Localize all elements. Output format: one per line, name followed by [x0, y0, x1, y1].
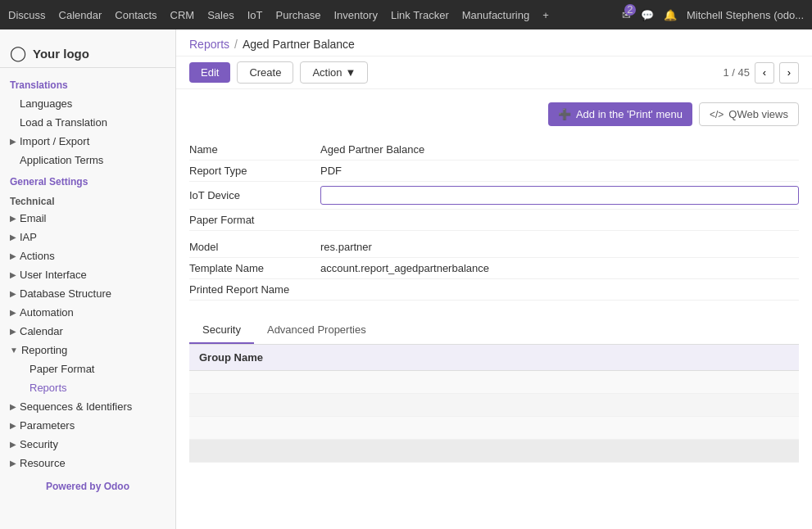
- tabs-bar: Security Advanced Properties: [189, 317, 799, 345]
- chat-icon[interactable]: 💬: [641, 9, 654, 21]
- chevron-icon-automation: ▶: [10, 308, 16, 317]
- sidebar-item-import-export[interactable]: ▶ Import / Export: [0, 132, 175, 151]
- logo-icon: ◯: [10, 44, 26, 62]
- database-structure-label: Database Structure: [20, 287, 111, 300]
- edit-button[interactable]: Edit: [189, 62, 230, 83]
- nav-plus[interactable]: +: [542, 9, 549, 21]
- iap-label: IAP: [20, 231, 37, 243]
- breadcrumb-current: Aged Partner Balance: [243, 38, 355, 51]
- powered-by: Powered by Odoo: [0, 472, 175, 500]
- top-navigation: Discuss Calendar Contacts CRM Sales IoT …: [0, 0, 812, 29]
- chevron-icon-security: ▶: [10, 440, 16, 449]
- qweb-views-button[interactable]: </> QWeb views: [699, 102, 799, 126]
- nav-discuss[interactable]: Discuss: [8, 9, 46, 21]
- top-nav-right: ✉ 2 💬 🔔 Mitchell Stephens (odo...: [622, 9, 804, 21]
- bell-icon[interactable]: 🔔: [664, 9, 677, 21]
- action-label: Action: [312, 66, 342, 79]
- calendar-label: Calendar: [20, 325, 63, 337]
- discuss-badge: 2: [624, 4, 636, 16]
- nav-purchase[interactable]: Purchase: [276, 9, 321, 21]
- nav-contacts[interactable]: Contacts: [115, 9, 157, 21]
- nav-manufacturing[interactable]: Manufacturing: [462, 9, 529, 21]
- table-cell-empty-2: [189, 394, 799, 417]
- iot-device-input[interactable]: [320, 186, 799, 205]
- sidebar-item-application-terms[interactable]: Application Terms: [0, 151, 175, 170]
- user-menu[interactable]: Mitchell Stephens (odo...: [687, 9, 804, 21]
- sidebar-item-load-translation[interactable]: Load a Translation: [0, 113, 175, 132]
- table-header-row: Group Name: [189, 345, 799, 371]
- tab-advanced-properties[interactable]: Advanced Properties: [254, 317, 379, 344]
- breadcrumb-parent[interactable]: Reports: [189, 38, 229, 51]
- chevron-icon: ▶: [10, 137, 16, 146]
- tab-security[interactable]: Security: [189, 317, 254, 344]
- actions-label: Actions: [20, 250, 55, 262]
- breadcrumb: Reports / Aged Partner Balance: [176, 29, 812, 57]
- nav-sales[interactable]: Sales: [207, 9, 234, 21]
- table-row: [189, 394, 799, 417]
- odoo-brand: Odoo: [104, 481, 129, 492]
- name-label: Name: [189, 143, 320, 156]
- sidebar-item-resource[interactable]: ▶ Resource: [0, 454, 175, 472]
- template-name-label: Template Name: [189, 262, 320, 274]
- chevron-icon-iap: ▶: [10, 233, 16, 242]
- form-area: ➕ Add in the 'Print' menu </> QWeb views…: [176, 89, 812, 529]
- create-button[interactable]: Create: [237, 61, 293, 84]
- next-page-button[interactable]: ›: [779, 62, 799, 84]
- nav-crm[interactable]: CRM: [170, 9, 195, 21]
- table-row: [189, 440, 799, 463]
- action-button[interactable]: Action ▼: [300, 61, 368, 84]
- sidebar-technical-subtitle: Technical: [0, 191, 175, 209]
- sidebar-item-iap[interactable]: ▶ IAP: [0, 228, 175, 246]
- add-menu-label: Add in the 'Print' menu: [576, 108, 683, 120]
- pagination: 1 / 45 ‹ ›: [723, 62, 799, 84]
- automation-label: Automation: [20, 306, 74, 319]
- form-row-template-name: Template Name account.report_agedpartner…: [189, 258, 799, 279]
- sidebar-item-sequences-identifiers[interactable]: ▶ Sequences & Identifiers: [0, 397, 175, 416]
- prev-page-button[interactable]: ‹: [755, 62, 774, 84]
- qweb-bar: ➕ Add in the 'Print' menu </> QWeb views: [189, 102, 799, 126]
- sidebar-item-calendar[interactable]: ▶ Calendar: [0, 322, 175, 341]
- form-row-paper-format: Paper Format: [189, 210, 799, 231]
- table-row: [189, 417, 799, 440]
- resource-label: Resource: [20, 457, 66, 469]
- iot-device-label: IoT Device: [189, 189, 320, 201]
- group-name-header: Group Name: [189, 345, 799, 371]
- discuss-icon-wrap[interactable]: ✉ 2: [622, 9, 631, 21]
- nav-link-tracker[interactable]: Link Tracker: [391, 9, 449, 21]
- sidebar-item-languages[interactable]: Languages: [0, 94, 175, 113]
- sidebar-item-email[interactable]: ▶ Email: [0, 209, 175, 228]
- reporting-label: Reporting: [21, 344, 67, 356]
- user-interface-label: User Interface: [20, 269, 87, 281]
- action-dropdown-icon: ▼: [346, 66, 356, 79]
- code-icon: </>: [710, 109, 724, 120]
- sidebar-general-settings-section[interactable]: General Settings: [0, 170, 175, 191]
- chevron-icon-email: ▶: [10, 214, 16, 223]
- chevron-icon-resource: ▶: [10, 459, 16, 468]
- chevron-icon-reporting: ▼: [10, 346, 18, 355]
- sidebar-item-security[interactable]: ▶ Security: [0, 435, 175, 454]
- table-cell-empty-3: [189, 417, 799, 440]
- sidebar-item-automation[interactable]: ▶ Automation: [0, 303, 175, 322]
- sidebar-item-reporting[interactable]: ▼ Reporting: [0, 341, 175, 359]
- content-area: Reports / Aged Partner Balance Edit Crea…: [176, 29, 812, 529]
- sidebar-item-actions[interactable]: ▶ Actions: [0, 246, 175, 265]
- toolbar: Edit Create Action ▼ 1 / 45 ‹ ›: [176, 57, 812, 89]
- form-row-model: Model res.partner: [189, 231, 799, 258]
- sidebar-item-user-interface[interactable]: ▶ User Interface: [0, 265, 175, 284]
- main-layout: ◯ Your logo Translations Languages Load …: [0, 29, 812, 529]
- sidebar-item-reports[interactable]: Reports: [20, 378, 175, 397]
- sidebar-item-database-structure[interactable]: ▶ Database Structure: [0, 284, 175, 303]
- sidebar-translations-section[interactable]: Translations: [0, 73, 175, 94]
- nav-calendar[interactable]: Calendar: [59, 9, 102, 21]
- import-export-label: Import / Export: [20, 135, 89, 147]
- nav-inventory[interactable]: Inventory: [333, 9, 377, 21]
- nav-iot[interactable]: IoT: [247, 9, 263, 21]
- sidebar-item-paper-format[interactable]: Paper Format: [20, 359, 175, 378]
- form-row-printed-report-name: Printed Report Name: [189, 279, 799, 301]
- model-value: res.partner: [320, 241, 799, 253]
- sidebar-item-parameters[interactable]: ▶ Parameters: [0, 416, 175, 435]
- add-print-menu-button[interactable]: ➕ Add in the 'Print' menu: [548, 102, 692, 126]
- table-cell-empty-4: [189, 440, 799, 463]
- group-table: Group Name: [189, 345, 799, 463]
- chevron-icon-actions: ▶: [10, 251, 16, 260]
